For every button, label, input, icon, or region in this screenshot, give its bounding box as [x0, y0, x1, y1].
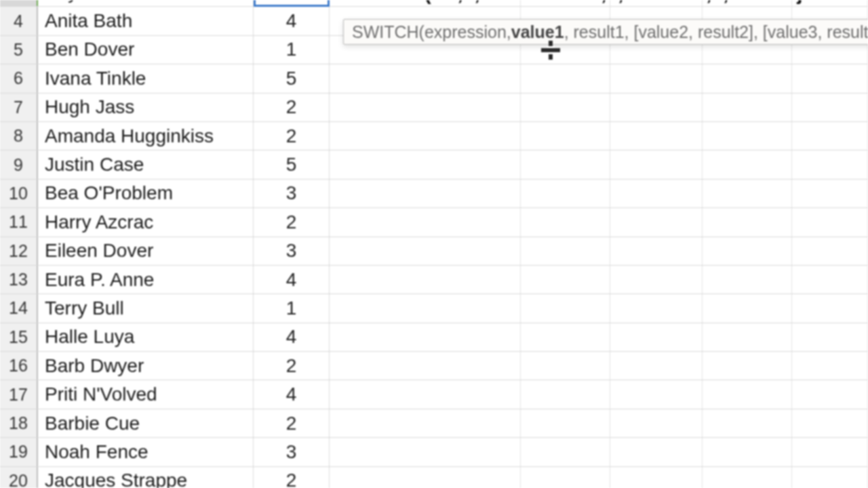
table-row[interactable]: 18Barbie Cue2: [0, 409, 868, 438]
table-row[interactable]: 14Terry Bull1: [0, 294, 868, 323]
cell[interactable]: [521, 94, 610, 121]
cell[interactable]: [610, 64, 703, 92]
cell[interactable]: [521, 150, 610, 178]
cell[interactable]: [330, 150, 521, 178]
table-row[interactable]: 16Barb Dwyer2: [0, 352, 868, 380]
cell[interactable]: [330, 94, 521, 121]
row-header[interactable]: 18: [0, 409, 38, 437]
row-header[interactable]: 14: [0, 294, 38, 322]
empty-cells[interactable]: [330, 352, 868, 380]
row-header[interactable]: 6: [0, 64, 38, 92]
cell[interactable]: [610, 94, 703, 121]
cell[interactable]: [521, 409, 610, 437]
table-row[interactable]: 10Bea O'Problem3: [0, 180, 868, 208]
cell[interactable]: [330, 438, 521, 466]
cell-name[interactable]: Hugh Jass: [38, 94, 254, 121]
cell-value[interactable]: 2: [254, 409, 330, 437]
row-header[interactable]: 17: [0, 380, 38, 408]
table-row[interactable]: 7Hugh Jass2: [0, 94, 868, 122]
cell-value[interactable]: 4: [254, 380, 330, 408]
cell[interactable]: [610, 438, 703, 466]
empty-cells[interactable]: [330, 180, 868, 207]
cell[interactable]: [330, 237, 521, 265]
cell[interactable]: [330, 122, 521, 150]
cell[interactable]: [610, 409, 703, 437]
row-header[interactable]: 19: [0, 438, 38, 466]
cell[interactable]: [792, 438, 868, 466]
cell[interactable]: [703, 467, 792, 488]
table-row[interactable]: 20Jacques Strappe2: [0, 467, 868, 488]
cell-name[interactable]: Jacques Strappe: [38, 467, 254, 488]
cell-value[interactable]: 3: [254, 438, 330, 466]
cell-value[interactable]: 4: [254, 7, 330, 35]
cell[interactable]: [521, 352, 610, 380]
cell-name[interactable]: Ben Dover: [38, 36, 254, 64]
cell[interactable]: [703, 352, 792, 380]
cell-name[interactable]: Eura P. Anne: [38, 266, 254, 293]
table-row[interactable]: 8Amanda Hugginkiss2: [0, 122, 868, 150]
row-header[interactable]: 20: [0, 467, 38, 488]
cell-name[interactable]: Barbie Cue: [38, 409, 254, 437]
cell[interactable]: [792, 64, 868, 92]
cell[interactable]: [792, 150, 868, 178]
cell[interactable]: [521, 467, 610, 488]
cell-name[interactable]: Harry Azcrac: [38, 208, 254, 236]
row-header[interactable]: 4: [0, 7, 38, 35]
cell-value[interactable]: 5: [254, 64, 330, 92]
empty-cells[interactable]: [330, 94, 868, 121]
row-header[interactable]: 12: [0, 237, 38, 265]
cell[interactable]: [610, 266, 703, 293]
cell-value[interactable]: 2: [254, 467, 330, 488]
cell[interactable]: [703, 438, 792, 466]
empty-cells[interactable]: [330, 294, 868, 322]
cell[interactable]: [792, 352, 868, 380]
cell[interactable]: [792, 94, 868, 121]
cell[interactable]: [610, 150, 703, 178]
cell[interactable]: [792, 180, 868, 207]
cell[interactable]: [703, 266, 792, 293]
cell[interactable]: [521, 323, 610, 351]
cell-value[interactable]: 2: [254, 122, 330, 150]
cell-name[interactable]: Eileen Dover: [38, 237, 254, 265]
cell[interactable]: [703, 409, 792, 437]
cell[interactable]: [792, 122, 868, 150]
cell[interactable]: [703, 64, 792, 92]
empty-cells[interactable]: [330, 122, 868, 150]
cell[interactable]: [610, 180, 703, 207]
empty-cells[interactable]: [330, 266, 868, 293]
cell-value[interactable]: 2: [254, 94, 330, 121]
empty-cells[interactable]: [330, 150, 868, 178]
cell-value[interactable]: 5: [254, 150, 330, 178]
empty-cells[interactable]: [330, 208, 868, 236]
table-row[interactable]: 13Eura P. Anne4: [0, 266, 868, 294]
row-header[interactable]: 8: [0, 122, 38, 150]
cell-value[interactable]: 3: [254, 0, 330, 6]
cell[interactable]: [703, 237, 792, 265]
empty-cells[interactable]: [330, 467, 868, 488]
cell[interactable]: [521, 122, 610, 150]
cell[interactable]: [330, 409, 521, 437]
table-row[interactable]: 12Eileen Dover3: [0, 237, 868, 266]
row-header[interactable]: 3: [0, 0, 38, 6]
cell[interactable]: [792, 323, 868, 351]
cell-value[interactable]: 2: [254, 208, 330, 236]
cell[interactable]: [330, 266, 521, 293]
cell[interactable]: [703, 380, 792, 408]
cell[interactable]: [792, 237, 868, 265]
cell[interactable]: [521, 380, 610, 408]
row-header[interactable]: 13: [0, 266, 38, 293]
cell[interactable]: [521, 237, 610, 265]
table-row[interactable]: 9Justin Case5: [0, 150, 868, 179]
cell[interactable]: [330, 208, 521, 236]
cell-name[interactable]: Barb Dwyer: [38, 352, 254, 380]
cell[interactable]: [610, 237, 703, 265]
cell-name[interactable]: Halle Luya: [38, 323, 254, 351]
cell[interactable]: [610, 294, 703, 322]
cell[interactable]: [792, 208, 868, 236]
empty-cells[interactable]: [330, 438, 868, 466]
cell[interactable]: [610, 122, 703, 150]
cell-value[interactable]: 4: [254, 323, 330, 351]
cell-name[interactable]: Anita Bath: [38, 7, 254, 35]
cell-value[interactable]: 2: [254, 352, 330, 380]
table-row[interactable]: 11Harry Azcrac2: [0, 208, 868, 237]
